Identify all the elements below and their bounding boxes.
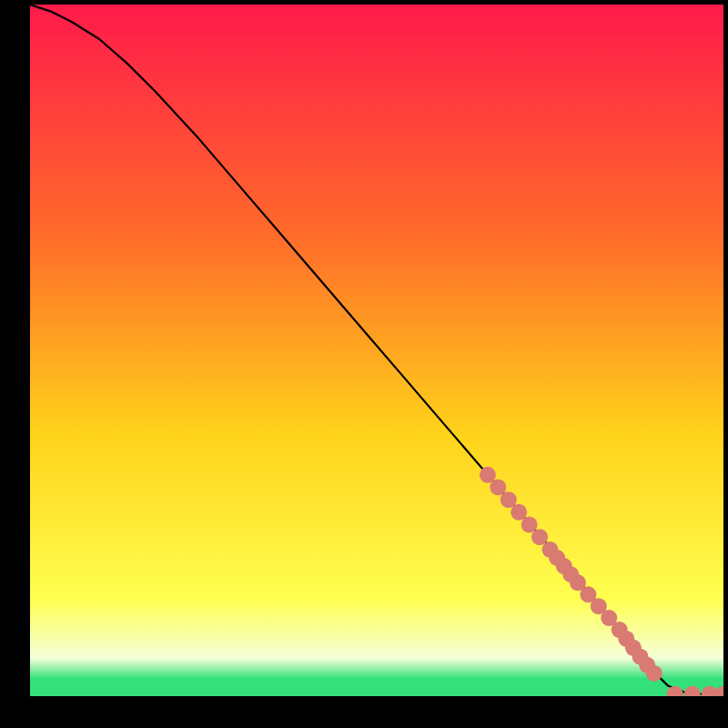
highlight-dot [646, 665, 662, 682]
chart-stage: TheBottleneck.com [0, 0, 728, 728]
bottleneck-chart [30, 5, 723, 696]
gradient-background [30, 5, 723, 696]
